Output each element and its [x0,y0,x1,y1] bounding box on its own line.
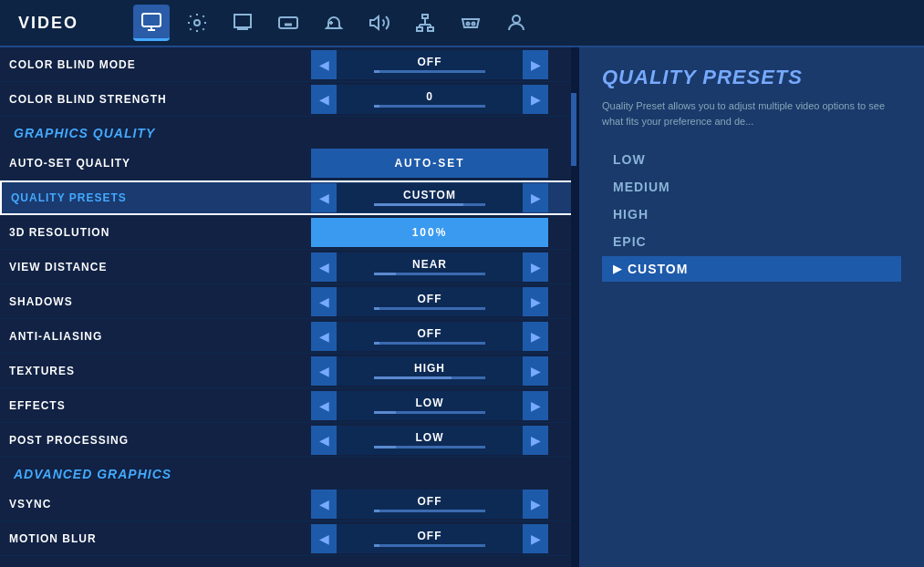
color-blind-strength-left-arrow[interactable]: ◀ [311,85,337,114]
color-blind-mode-left-arrow[interactable]: ◀ [311,50,337,79]
view-distance-control: ◀ NEAR ▶ [292,253,567,282]
color-blind-strength-value-box: 0 [337,85,523,114]
anti-aliasing-row: ANTI-ALIASING ◀ OFF ▶ [0,319,576,354]
textures-value-box: HIGH [337,356,523,386]
preset-custom-label: CUSTOM [628,262,688,276]
display-nav-icon[interactable] [224,5,261,41]
graphics-quality-header: GRAPHICS QUALITY [0,117,576,146]
svg-marker-14 [370,16,379,29]
network-nav-icon[interactable] [407,5,443,41]
textures-row: TEXTURES ◀ HIGH ▶ [0,354,576,388]
anti-aliasing-left-arrow[interactable]: ◀ [311,322,337,351]
anti-aliasing-bar [374,342,485,345]
vsync-right-arrow[interactable]: ▶ [523,490,548,519]
view-distance-value: NEAR [412,259,447,270]
vsync-arrow-control: ◀ OFF ▶ [311,490,548,519]
shadows-bar [374,307,485,310]
nav-title: VIDEO [18,14,78,33]
effects-control: ◀ LOW ▶ [292,391,567,420]
anti-aliasing-right-arrow[interactable]: ▶ [523,322,548,351]
quality-presets-row[interactable]: QUALITY PRESETS ◀ CUSTOM ▶ [0,180,576,215]
shadows-left-arrow[interactable]: ◀ [311,287,337,316]
motion-blur-row: MOTION BLUR ◀ OFF ▶ [0,521,576,556]
keyboard-nav-icon[interactable] [270,5,306,41]
svg-point-24 [472,23,475,26]
shadows-value-box: OFF [337,287,523,316]
preset-item-medium[interactable]: MEDIUM [602,174,901,200]
anti-aliasing-control: ◀ OFF ▶ [292,322,567,351]
vsync-left-arrow[interactable]: ◀ [311,490,337,519]
svg-rect-5 [238,27,247,29]
effects-value: LOW [416,397,444,408]
textures-label: TEXTURES [9,365,292,377]
quality-presets-value-box: CUSTOM [337,183,523,212]
view-distance-right-arrow[interactable]: ▶ [523,253,548,282]
quality-presets-value: CUSTOM [403,190,456,201]
preset-item-custom[interactable]: ▶ CUSTOM [602,256,901,282]
scrollbar-track [571,47,576,567]
gear-nav-icon[interactable] [179,5,215,41]
auto-set-quality-wide[interactable]: AUTO-SET [311,149,548,178]
scrollbar-thumb[interactable] [571,93,576,166]
vsync-value-box: OFF [337,490,523,519]
vsync-label: VSYNC [9,498,292,510]
post-processing-right-arrow[interactable]: ▶ [523,426,548,455]
quality-presets-left-arrow[interactable]: ◀ [311,183,337,212]
view-distance-left-arrow[interactable]: ◀ [311,253,337,282]
post-processing-left-arrow[interactable]: ◀ [311,426,337,455]
color-blind-strength-right-arrow[interactable]: ▶ [523,85,548,114]
view-distance-bar-fill [374,273,396,275]
shadows-right-arrow[interactable]: ▶ [523,287,548,316]
svg-rect-15 [422,15,428,18]
preset-medium-label: MEDIUM [613,180,670,194]
3d-resolution-label: 3D RESOLUTION [9,226,292,239]
auto-set-quality-row: AUTO-SET QUALITY AUTO-SET [0,146,576,180]
quality-presets-arrow-control: ◀ CUSTOM ▶ [311,183,548,212]
audio-nav-icon[interactable] [361,5,398,41]
textures-right-arrow[interactable]: ▶ [523,356,548,386]
profile-nav-icon[interactable] [498,5,535,41]
effects-left-arrow[interactable]: ◀ [311,391,337,420]
vsync-bar-fill [374,510,379,512]
motion-blur-right-arrow[interactable]: ▶ [523,524,548,553]
preset-item-low[interactable]: LOW [602,147,901,172]
svg-rect-0 [142,14,161,26]
preset-high-label: HIGH [613,207,649,222]
color-blind-strength-bar [374,105,485,108]
controller-nav-icon[interactable] [316,5,352,41]
view-distance-arrow-control: ◀ NEAR ▶ [311,253,548,282]
preset-low-label: LOW [613,152,646,167]
motion-blur-left-arrow[interactable]: ◀ [311,524,337,553]
textures-left-arrow[interactable]: ◀ [311,356,337,386]
preset-item-high[interactable]: HIGH [602,201,901,227]
effects-right-arrow[interactable]: ▶ [523,391,548,420]
3d-resolution-wide[interactable]: 100% [311,218,548,247]
color-blind-mode-arrow-control: ◀ OFF ▶ [311,50,548,79]
quality-presets-bar-fill [374,203,463,206]
quality-presets-right-arrow[interactable]: ▶ [523,183,548,212]
post-processing-arrow-control: ◀ LOW ▶ [311,426,548,455]
nav-icons [133,5,535,41]
anti-aliasing-bar-fill [374,342,379,345]
monitor-nav-icon[interactable] [133,5,170,41]
color-blind-mode-right-arrow[interactable]: ▶ [523,50,548,79]
effects-bar-fill [374,411,396,414]
shadows-value: OFF [418,294,442,304]
post-processing-bar [374,446,485,448]
view-distance-value-box: NEAR [337,253,523,282]
effects-row: EFFECTS ◀ LOW ▶ [0,388,576,423]
preset-list: LOW MEDIUM HIGH EPIC ▶ CUSTOM [602,147,901,282]
shadows-row: SHADOWS ◀ OFF ▶ [0,284,576,319]
svg-point-3 [194,20,200,26]
svg-rect-16 [417,27,422,31]
effects-bar [374,411,485,414]
color-blind-mode-value: OFF [418,57,442,67]
view-distance-bar [374,273,485,275]
anti-aliasing-arrow-control: ◀ OFF ▶ [311,322,548,351]
gamepad-nav-icon[interactable] [452,5,489,41]
left-panel: COLOR BLIND MODE ◀ OFF ▶ COLOR BLIND STR… [0,47,579,567]
post-processing-value: LOW [416,432,444,443]
shadows-label: SHADOWS [9,295,292,308]
preset-item-epic[interactable]: EPIC [602,229,901,254]
color-blind-mode-value-box: OFF [337,50,523,79]
